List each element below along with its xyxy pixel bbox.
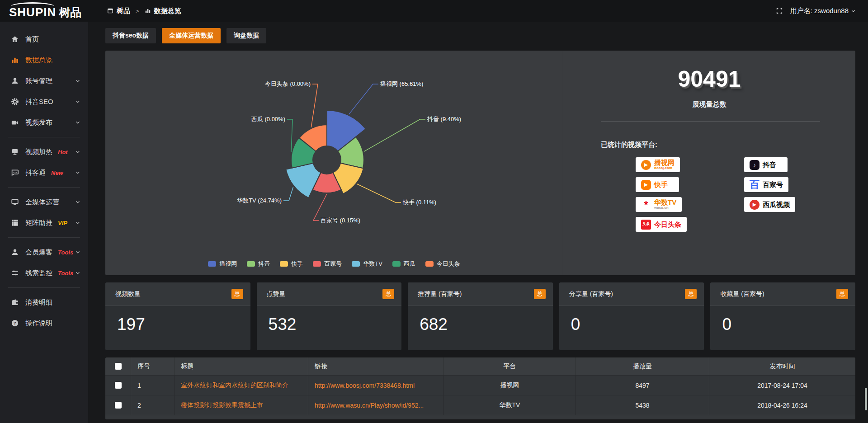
chat-icon [11, 169, 19, 177]
row-checkbox[interactable] [115, 382, 122, 389]
sidebar-item-gear[interactable]: 抖音SEO [0, 91, 88, 112]
tab-0[interactable]: 抖音seo数据 [105, 28, 156, 43]
legend-item-快手[interactable]: 快手 [280, 260, 303, 268]
pie-label-leader [349, 84, 378, 114]
西瓜视频-logo-icon: ▶ [750, 200, 760, 210]
legend-item-华数TV[interactable]: 华数TV [352, 260, 382, 268]
video-url-link[interactable]: http://www.wasu.cn/Play/show/id/952... [315, 402, 424, 409]
video-title-link[interactable]: 楼体投影灯投影效果震撼上市 [181, 401, 263, 409]
sidebar-badge: New [51, 169, 63, 176]
sliders-icon [11, 269, 19, 277]
video-table: 序号标题链接平台播放量发布时间1室外水纹灯和室内水纹灯的区别和简介http://… [105, 357, 855, 419]
pie-label-leader [364, 119, 425, 151]
cell-plays: 5438 [576, 395, 709, 415]
sidebar-item-label: 视频发布 [25, 118, 52, 127]
pie-chart-area: 播视网 (65.61%)抖音 (9.40%)快手 (0.11%)百家号 (0.1… [105, 51, 563, 275]
stat-card-0: 视频数量总197 [105, 282, 250, 350]
stat-card-2: 推荐量 (百家号)总682 [408, 282, 553, 350]
sidebar-item-label: 矩阵助推 [25, 219, 52, 227]
百家号-logo-icon: 百 [750, 180, 760, 190]
stat-card-value: 682 [408, 306, 553, 334]
legend-item-今日头条[interactable]: 今日头条 [425, 260, 460, 268]
sidebar-item-grid[interactable]: 矩阵助推VIP [0, 212, 88, 233]
pie-label-今日头条: 今日头条 (0.00%) [265, 80, 311, 87]
breadcrumb-item-home[interactable]: 树品 [107, 7, 130, 15]
legend-label: 快手 [291, 260, 303, 268]
sidebar-item-label: 首页 [25, 35, 39, 44]
stat-cards-row: 视频数量总197点赞量总532推荐量 (百家号)总682分享量 (百家号)总0收… [105, 282, 855, 350]
chevron-down-icon [75, 149, 81, 155]
sidebar-item-tv[interactable]: 视频加热Hot [0, 141, 88, 162]
video-url-link[interactable]: http://www.boosj.com/7338468.html [315, 382, 415, 389]
sidebar-item-wallet[interactable]: 消费明细 [0, 292, 88, 313]
fullscreen-icon[interactable] [776, 7, 783, 14]
impressions-caption: 展现量总数 [563, 100, 855, 109]
breadcrumb-label: 树品 [117, 7, 130, 15]
legend-label: 西瓜 [404, 260, 415, 268]
chevron-down-icon [75, 199, 81, 205]
stat-card-value: 0 [710, 306, 855, 334]
col-header-title: 标题 [174, 357, 308, 375]
sidebar-item-label: 线索监控 [25, 269, 52, 277]
播视网-logo-icon: ▶ [641, 160, 651, 170]
legend-swatch [425, 261, 434, 267]
platform-sub: boosj.com [654, 166, 675, 170]
sidebar-item-label: 全媒体运营 [25, 198, 59, 207]
pie-label-抖音: 抖音 (9.40%) [427, 116, 461, 122]
legend-item-百家号[interactable]: 百家号 [313, 260, 342, 268]
sidebar-item-publish[interactable]: 视频发布 [0, 112, 88, 133]
sidebar-item-user[interactable]: 会员爆客Tools [0, 242, 88, 263]
platform-pill-百家号: 百百家号 [744, 177, 788, 192]
sidebar-item-sliders[interactable]: 线索监控Tools [0, 263, 88, 283]
platform-name: 今日头条 [654, 221, 681, 228]
pie-label-西瓜: 西瓜 (0.00%) [251, 116, 285, 122]
row-checkbox[interactable] [115, 402, 122, 409]
user-menu[interactable]: 用户名: zswodun88 [790, 7, 856, 15]
legend-item-播视网[interactable]: 播视网 [208, 260, 237, 268]
今日头条-logo-icon: 头条 [641, 220, 651, 230]
sidebar-item-home[interactable]: 首页 [0, 29, 88, 50]
sidebar-divider [8, 287, 80, 288]
pie-label-播视网: 播视网 (65.61%) [380, 80, 423, 87]
chevron-down-icon [850, 8, 856, 14]
cell-time: 2018-04-26 16:24 [709, 395, 855, 415]
platform-name: 华数TV [654, 199, 676, 206]
sidebar-item-user[interactable]: 账号管理 [0, 70, 88, 91]
main-content: 抖音seo数据全媒体运营数据询盘数据 播视网 (65.61%)抖音 (9.40%… [88, 22, 868, 423]
cell-no: 1 [131, 376, 174, 395]
tab-bar: 抖音seo数据全媒体运营数据询盘数据 [105, 28, 855, 43]
sidebar-item-chart[interactable]: 数据总览 [0, 50, 88, 70]
breadcrumb-item-current[interactable]: 数据总览 [145, 7, 181, 15]
pie-label-百家号: 百家号 (0.15%) [321, 217, 360, 224]
pie-label-leader [283, 187, 293, 201]
chevron-down-icon [75, 119, 81, 126]
legend-item-抖音[interactable]: 抖音 [247, 260, 270, 268]
platform-pill-华数TV: *华数TVwasu.cn [636, 197, 682, 212]
logo-arc [11, 2, 54, 6]
tab-2[interactable]: 询盘数据 [226, 28, 266, 43]
sidebar-item-chat[interactable]: 抖客通New [0, 162, 88, 183]
pie-label-leader [357, 184, 401, 202]
total-badge: 总 [231, 289, 243, 299]
chart-legend: 播视网抖音快手百家号华数TV西瓜今日头条 [105, 260, 563, 268]
video-title-link[interactable]: 室外水纹灯和室内水纹灯的区别和简介 [181, 381, 288, 390]
col-header-plays: 播放量 [576, 357, 709, 375]
tab-1[interactable]: 全媒体运营数据 [162, 28, 221, 43]
抖音-logo-icon: ♪ [750, 160, 760, 170]
question-icon: ? [11, 319, 19, 327]
platform-sub: wasu.cn [654, 206, 676, 210]
sidebar-item-question[interactable]: ?操作说明 [0, 313, 88, 334]
stat-card-value: 532 [257, 306, 402, 334]
gear-icon [11, 98, 19, 106]
sidebar-item-monitor[interactable]: 全媒体运营 [0, 192, 88, 212]
legend-item-西瓜[interactable]: 西瓜 [392, 260, 415, 268]
stat-card-header: 分享量 (百家号)总 [559, 282, 704, 306]
page-scrollbar[interactable] [865, 388, 867, 410]
chart-icon [11, 56, 19, 64]
platform-grid: ▶播视网boosj.com♪抖音▶快手百百家号*华数TVwasu.cn▶西瓜视频… [636, 157, 837, 232]
select-all-checkbox[interactable] [115, 363, 122, 370]
stat-card-4: 收藏量 (百家号)总0 [710, 282, 855, 350]
platform-name: 百家号 [763, 181, 783, 188]
platform-name: 抖音 [763, 161, 776, 169]
chevron-down-icon [75, 270, 81, 276]
